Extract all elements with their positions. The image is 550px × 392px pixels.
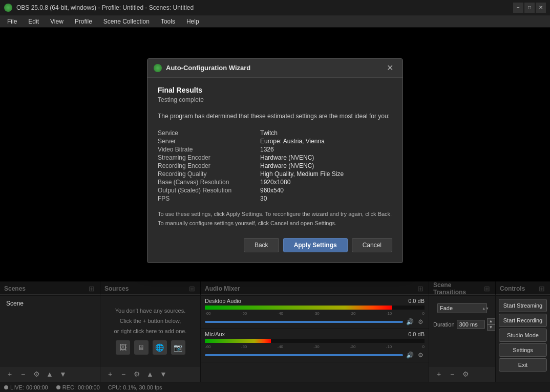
apply-settings-button[interactable]: Apply Settings	[283, 238, 348, 252]
settings-button[interactable]: Settings	[499, 343, 547, 357]
source-add-button[interactable]: +	[104, 368, 116, 380]
minimize-button[interactable]: −	[513, 3, 523, 13]
desktop-audio-db: 0.0 dB	[408, 298, 425, 304]
scene-up-button[interactable]: ▲	[44, 368, 55, 380]
result-label: Recording Encoder	[158, 162, 260, 170]
cpu-label: CPU: 0.1%, 30.00 fps	[108, 384, 162, 390]
scene-down-button[interactable]: ▼	[57, 368, 69, 380]
studio-mode-button[interactable]: Studio Mode	[499, 329, 547, 342]
panels-row: Scenes ⊞ Scene + − ⚙ ▲ ▼ Sources ⊞ Yo	[0, 281, 550, 382]
transitions-content: Fade Cut Duration ▲ ▼	[429, 296, 495, 333]
desktop-audio-scale: -60 -50 -40 -30 -20 -10 0	[205, 311, 425, 316]
image-source-icon: 🖼	[116, 340, 130, 355]
exit-button[interactable]: Exit	[499, 358, 547, 372]
scenes-toolbar: + − ⚙ ▲ ▼	[0, 366, 100, 382]
cancel-button[interactable]: Cancel	[352, 238, 392, 252]
start-streaming-button[interactable]: Start Streaming	[499, 299, 547, 312]
scene-add-button[interactable]: +	[4, 368, 15, 380]
dialog-footer: Back Apply Settings Cancel	[158, 238, 392, 254]
mic-audio-mute-button[interactable]: 🔊	[405, 351, 415, 360]
auto-config-dialog: Auto-Configuration Wizard ✕ Final Result…	[147, 58, 403, 263]
back-button[interactable]: Back	[244, 238, 279, 252]
dialog-results-table: Service Twitch Server Europe: Austria, V…	[158, 129, 392, 203]
result-row: Recording Quality High Quality, Medium F…	[158, 170, 392, 178]
menu-file[interactable]: File	[2, 17, 22, 26]
close-button[interactable]: ✕	[536, 3, 546, 13]
title-bar-controls: − □ ✕	[513, 3, 546, 13]
live-dot	[4, 385, 8, 389]
desktop-audio-controls: 🔊 ⚙	[205, 317, 425, 326]
dialog-header-left: Auto-Configuration Wizard	[154, 64, 250, 72]
source-up-button[interactable]: ▲	[144, 368, 156, 380]
title-bar-left: OBS 25.0.8 (64-bit, windows) - Profile: …	[4, 4, 194, 12]
window-title: OBS 25.0.8 (64-bit, windows) - Profile: …	[16, 4, 194, 11]
transition-add-button[interactable]: +	[433, 368, 445, 380]
dialog-obs-icon	[154, 64, 162, 72]
desktop-audio-settings-button[interactable]: ⚙	[417, 317, 425, 326]
source-settings-button[interactable]: ⚙	[131, 368, 142, 380]
result-value: 1920x1080	[260, 178, 392, 186]
sources-list[interactable]: You don't have any sources.Click the + b…	[100, 296, 200, 366]
result-value: Hardware (NVENC)	[260, 162, 392, 170]
desktop-audio-channel: Desktop Audio 0.0 dB -60 -50 -40 -30 -20…	[201, 296, 429, 329]
dialog-title: Auto-Configuration Wizard	[166, 64, 250, 72]
desktop-audio-meter	[205, 306, 425, 310]
result-row: Output (Scaled) Resolution 960x540	[158, 186, 392, 194]
duration-up-button[interactable]: ▲	[487, 318, 495, 324]
no-sources-message: You don't have any sources.Click the + b…	[102, 298, 198, 363]
mic-audio-db: 0.0 dB	[408, 331, 425, 337]
desktop-audio-meter-bar	[205, 306, 392, 310]
mic-audio-channel: Mic/Aux 0.0 dB -60 -50 -40 -30 -20 -10 0	[201, 329, 429, 362]
live-indicator: LIVE: 00:00:00	[4, 384, 48, 390]
transition-type-select[interactable]: Fade Cut	[437, 303, 487, 313]
scene-item[interactable]: Scene	[2, 298, 98, 309]
scene-settings-button[interactable]: ⚙	[31, 368, 42, 380]
source-type-icons: 🖼 🖥 🌐 📷	[107, 340, 194, 355]
rec-indicator: REC: 00:00:00	[56, 384, 100, 390]
restore-button[interactable]: □	[524, 3, 535, 13]
obs-logo-icon	[4, 4, 12, 12]
menu-view[interactable]: View	[45, 17, 69, 26]
menu-tools[interactable]: Tools	[156, 17, 180, 26]
result-row: Video Bitrate 1326	[158, 145, 392, 154]
transition-remove-button[interactable]: −	[447, 368, 458, 380]
title-bar: OBS 25.0.8 (64-bit, windows) - Profile: …	[0, 0, 550, 15]
duration-down-button[interactable]: ▼	[487, 324, 495, 331]
transitions-panel: Scene Transitions ⊞ Fade Cut Duration ▲ …	[429, 281, 496, 382]
status-bar: LIVE: 00:00:00 REC: 00:00:00 CPU: 0.1%, …	[0, 382, 550, 392]
source-remove-button[interactable]: −	[118, 368, 129, 380]
mic-audio-controls: 🔊 ⚙	[205, 351, 425, 360]
transitions-toolbar: + − ⚙	[429, 366, 495, 382]
menu-profile[interactable]: Profile	[70, 17, 97, 26]
mic-audio-meter-bar	[205, 339, 271, 343]
menu-help[interactable]: Help	[181, 17, 204, 26]
menu-edit[interactable]: Edit	[23, 17, 44, 26]
mic-audio-fader[interactable]	[205, 354, 403, 356]
scenes-panel: Scenes ⊞ Scene + − ⚙ ▲ ▼	[0, 281, 100, 382]
result-row: Base (Canvas) Resolution 1920x1080	[158, 178, 392, 186]
menu-scene-collection[interactable]: Scene Collection	[98, 17, 155, 26]
scenes-list: Scene	[0, 296, 100, 366]
controls-panel: Controls ⊞ Start Streaming Start Recordi…	[496, 281, 550, 382]
start-recording-button[interactable]: Start Recording	[499, 314, 547, 327]
desktop-audio-header: Desktop Audio 0.0 dB	[205, 298, 425, 304]
source-down-button[interactable]: ▼	[158, 368, 169, 380]
result-label: Server	[158, 137, 260, 145]
result-row: Server Europe: Austria, Vienna	[158, 137, 392, 145]
dialog-body: Final Results Testing complete The progr…	[147, 78, 403, 263]
dialog-close-button[interactable]: ✕	[384, 63, 396, 73]
transition-settings-button[interactable]: ⚙	[460, 368, 471, 380]
desktop-audio-mute-button[interactable]: 🔊	[405, 317, 415, 326]
result-label: Recording Quality	[158, 170, 260, 178]
result-label: Streaming Encoder	[158, 154, 260, 162]
result-value: Europe: Austria, Vienna	[260, 137, 392, 145]
sources-toolbar: + − ⚙ ▲ ▼	[100, 366, 200, 382]
result-row: FPS 30	[158, 194, 392, 203]
result-row: Recording Encoder Hardware (NVENC)	[158, 162, 392, 170]
result-value: 30	[260, 194, 392, 203]
mic-audio-settings-button[interactable]: ⚙	[417, 351, 425, 360]
live-time: 00:00:00	[26, 384, 48, 390]
duration-input[interactable]	[457, 320, 485, 329]
desktop-audio-fader[interactable]	[205, 321, 403, 323]
scene-remove-button[interactable]: −	[17, 368, 29, 380]
